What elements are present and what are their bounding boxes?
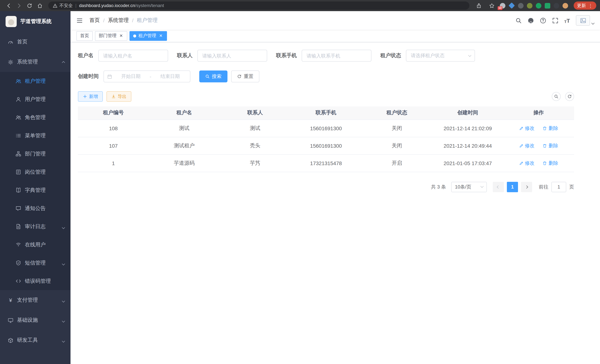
sidebar-logo[interactable]: 芋道管理系统 — [0, 11, 71, 32]
breadcrumb-item-home[interactable]: 首页 — [89, 17, 100, 24]
cell-contact: 测试 — [220, 120, 291, 137]
edit-link[interactable]: 修改 — [519, 125, 534, 131]
cell-phone: 17321315478 — [291, 154, 361, 172]
col-actions: 操作 — [503, 106, 574, 120]
tab-dept[interactable]: 部门管理 ✕ — [95, 31, 127, 41]
font-size-icon[interactable]: TT — [564, 17, 570, 24]
page-url: dashboard.yudao.iocoder.cn/system/tenant — [79, 3, 164, 8]
delete-link[interactable]: 删除 — [543, 160, 558, 166]
extension-icon-4[interactable] — [527, 3, 533, 8]
search-button[interactable]: 搜索 — [199, 71, 227, 82]
contact-input[interactable] — [197, 50, 267, 62]
breadcrumb-item-system[interactable]: 系统管理 — [108, 17, 129, 24]
chevron-down-icon — [468, 54, 471, 57]
delete-link[interactable]: 删除 — [543, 125, 558, 131]
date-range-picker[interactable]: 开始日期 - 结束日期 — [103, 71, 190, 82]
page-size-select[interactable]: 10条/页 — [451, 182, 487, 192]
export-button[interactable]: 导出 — [106, 91, 131, 102]
edit-link[interactable]: 修改 — [519, 160, 534, 166]
page-number-1[interactable]: 1 — [507, 182, 518, 192]
header-search-icon[interactable] — [515, 17, 522, 24]
fullscreen-icon[interactable] — [552, 17, 558, 24]
sidebar-item-dict[interactable]: 字典管理 — [0, 181, 71, 199]
status-select-placeholder: 请选择租户状态 — [411, 52, 445, 59]
extension-icon-5[interactable] — [536, 3, 541, 8]
phone-input[interactable] — [302, 50, 371, 62]
sidebar-item-notice[interactable]: 通知公告 — [0, 199, 71, 217]
phone-label: 联系手机 — [276, 52, 297, 59]
browser-menu-icon: ⋮ — [588, 3, 593, 8]
col-tenant-name: 租户名 — [149, 106, 220, 120]
close-icon[interactable]: ✕ — [159, 33, 163, 38]
sidebar-item-role[interactable]: 角色管理 — [0, 108, 71, 127]
add-button[interactable]: 新增 — [78, 91, 103, 102]
sidebar-item-sms[interactable]: 短信管理 — [0, 254, 71, 272]
status-select[interactable]: 请选择租户状态 — [406, 50, 475, 62]
chevron-down-icon — [62, 317, 65, 323]
filter-phone: 联系手机 — [276, 50, 371, 62]
close-icon[interactable]: ✕ — [119, 33, 123, 38]
tenant-name-input[interactable] — [98, 50, 168, 62]
address-bar[interactable]: 不安全 | dashboard.yudao.iocoder.cn/system/… — [48, 1, 469, 10]
refresh-table-button[interactable] — [565, 92, 574, 101]
github-icon[interactable] — [527, 17, 534, 24]
cell-tenant-id: 108 — [78, 120, 149, 137]
cell-tenant-name: 测试 — [149, 120, 220, 137]
browser-back-icon[interactable] — [4, 1, 13, 10]
next-page-button[interactable] — [521, 182, 532, 192]
reset-button[interactable]: 重置 — [231, 71, 259, 82]
sidebar-item-audit-log[interactable]: 审计日志 — [0, 217, 71, 236]
sidebar-item-error-code[interactable]: 错误码管理 — [0, 272, 71, 290]
goto-page-input[interactable] — [551, 182, 566, 192]
page-unit-label: 页 — [569, 184, 574, 190]
navbar: 首页 / 系统管理 / 租户管理 TT — [71, 11, 600, 30]
help-question-icon[interactable] — [540, 17, 546, 24]
security-warning[interactable]: 不安全 — [53, 2, 73, 9]
sidebar-item-infra[interactable]: 基础设施 — [0, 310, 71, 330]
breadcrumb-separator: / — [103, 18, 105, 23]
create-time-label: 创建时间 — [78, 73, 99, 80]
sidebar-toggle-icon[interactable] — [76, 17, 83, 24]
sidebar-item-post[interactable]: 岗位管理 — [0, 163, 71, 181]
sidebar-item-online-user[interactable]: 在线用户 — [0, 236, 71, 254]
sidebar-item-dept[interactable]: 部门管理 — [0, 145, 71, 163]
toggle-search-button[interactable] — [552, 92, 561, 101]
delete-link[interactable]: 删除 — [543, 142, 558, 149]
browser-reload-icon[interactable] — [25, 1, 34, 10]
chrome-update-button[interactable]: 更新 ⋮ — [574, 1, 596, 10]
extension-icon-1[interactable]: 10 — [500, 3, 505, 8]
role-people-icon — [16, 115, 21, 120]
search-icon — [554, 94, 558, 99]
post-badge-icon — [16, 169, 21, 175]
tab-home[interactable]: 首页 — [76, 31, 93, 41]
sidebar-item-user[interactable]: 用户管理 — [0, 90, 71, 108]
extension-icon-3[interactable] — [518, 3, 524, 8]
bookmark-star-icon[interactable] — [487, 1, 497, 10]
share-icon[interactable] — [474, 1, 484, 10]
extension-icon-7[interactable] — [554, 3, 559, 8]
user-menu[interactable] — [576, 15, 594, 26]
prev-page-button[interactable] — [493, 182, 504, 192]
cell-actions: 修改 删除 — [503, 137, 574, 154]
pay-yen-icon: ¥ — [8, 297, 13, 303]
profile-avatar-icon[interactable] — [562, 3, 568, 8]
sidebar-item-devtool[interactable]: 研发工具 — [0, 330, 71, 350]
sidebar-item-system[interactable]: 系统管理 — [0, 52, 71, 72]
edit-link[interactable]: 修改 — [519, 142, 534, 149]
sidebar-item-tenant[interactable]: 租户管理 — [0, 72, 71, 90]
sidebar-item-home[interactable]: 首页 — [0, 32, 71, 52]
sidebar-item-menu[interactable]: 菜单管理 — [0, 127, 71, 145]
cell-phone: 15601691300 — [291, 120, 361, 137]
edit-icon — [519, 161, 523, 165]
tab-tenant[interactable]: 租户管理 ✕ — [130, 31, 167, 41]
filter-contact: 联系人 — [177, 50, 267, 62]
browser-home-icon[interactable] — [35, 1, 45, 10]
search-icon — [205, 74, 210, 79]
browser-forward-icon[interactable] — [14, 1, 24, 10]
cell-actions: 修改 删除 — [503, 120, 574, 137]
chevron-down-icon — [62, 297, 65, 303]
extension-icon-2[interactable] — [508, 2, 515, 9]
extension-icon-6[interactable] — [545, 3, 550, 8]
sidebar-item-payment[interactable]: ¥ 支付管理 — [0, 290, 71, 310]
trash-icon — [543, 143, 547, 148]
